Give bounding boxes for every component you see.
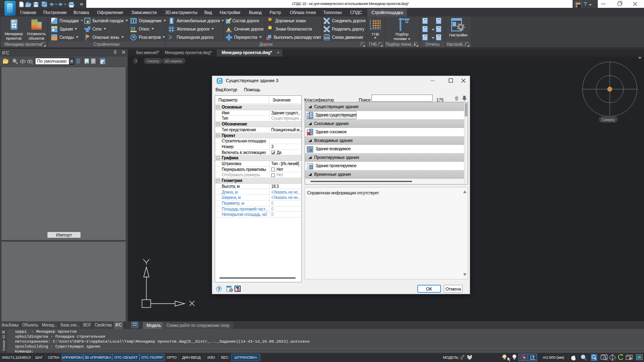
- svg-text:Коман: Коман: [2, 340, 6, 351]
- svg-text:?: ?: [218, 286, 220, 291]
